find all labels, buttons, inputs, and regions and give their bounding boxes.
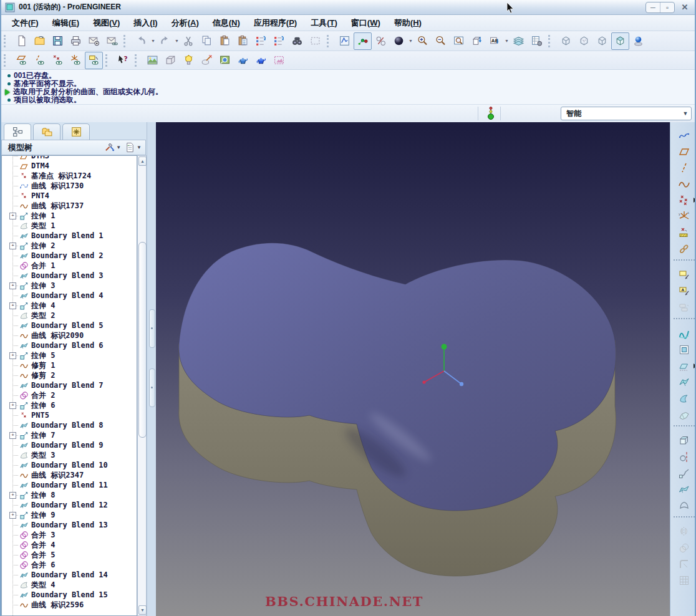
expand-icon[interactable]: + bbox=[9, 213, 16, 219]
variable-section-sweep-tool-button[interactable] bbox=[675, 390, 693, 407]
scroll-up-button[interactable]: ▲ bbox=[138, 156, 147, 166]
context-help-button[interactable] bbox=[114, 52, 132, 69]
copy-surface-tool-button[interactable] bbox=[675, 299, 693, 315]
menu-H[interactable]: 帮助(H) bbox=[387, 16, 428, 31]
datum-axis-tool-button[interactable] bbox=[675, 160, 693, 176]
undo-dropdown[interactable]: ▼ bbox=[150, 33, 156, 49]
tree-item[interactable]: Boundary Blend 7 bbox=[2, 380, 137, 390]
paste-special-button[interactable] bbox=[234, 32, 252, 50]
select-region-button[interactable] bbox=[306, 32, 324, 50]
menu-F[interactable]: 文件(F) bbox=[5, 16, 46, 31]
enhanced-realism-button[interactable] bbox=[629, 32, 647, 50]
toolbar-grip[interactable] bbox=[105, 54, 111, 67]
sash-handle-upper[interactable] bbox=[149, 309, 155, 348]
tree-item[interactable]: +拉伸 9 bbox=[2, 510, 137, 520]
open-file-button[interactable] bbox=[31, 32, 49, 50]
tree-item[interactable]: 合并 6 bbox=[2, 560, 137, 570]
regenerate-button[interactable] bbox=[252, 32, 270, 50]
display-wireframe-button[interactable] bbox=[557, 32, 575, 50]
tree-item[interactable]: 类型 4 bbox=[2, 580, 137, 590]
send-mail-button[interactable] bbox=[85, 32, 103, 50]
mirror-tool-button[interactable] bbox=[675, 524, 693, 540]
toolbar-grip[interactable] bbox=[4, 54, 9, 67]
reorient-view-button[interactable] bbox=[468, 32, 486, 50]
tree-item[interactable]: Boundary Blend 8 bbox=[2, 420, 137, 430]
tree-settings-button[interactable]: ▼ bbox=[104, 142, 121, 153]
close-button[interactable]: ✕ bbox=[679, 2, 691, 12]
expand-icon[interactable]: + bbox=[9, 352, 16, 359]
tree-item[interactable]: Boundary Blend 2 bbox=[2, 251, 137, 261]
expand-icon[interactable]: + bbox=[9, 432, 16, 439]
toolbar-grip[interactable] bbox=[4, 35, 9, 47]
undo-button[interactable] bbox=[132, 32, 150, 50]
render-effects-button[interactable] bbox=[198, 52, 216, 69]
expand-icon[interactable]: + bbox=[9, 302, 16, 309]
render-window-button[interactable] bbox=[252, 52, 270, 69]
menu-P[interactable]: 应用程序(P) bbox=[247, 16, 304, 31]
pattern-tool-button[interactable] bbox=[675, 572, 693, 589]
display-no-hidden-button[interactable] bbox=[593, 32, 611, 50]
chevron-down-icon[interactable]: ▼ bbox=[680, 110, 691, 117]
fill-surface-tool-button[interactable] bbox=[675, 342, 693, 358]
datum-curve-tool-button[interactable] bbox=[675, 127, 693, 143]
tree-item[interactable]: 类型 2 bbox=[2, 310, 137, 320]
menu-W[interactable]: 窗口(W) bbox=[344, 16, 387, 31]
tree-item[interactable]: PNT5 bbox=[2, 410, 137, 420]
appearance-gallery-button[interactable] bbox=[390, 32, 408, 50]
spin-center-button[interactable] bbox=[354, 32, 372, 50]
freeform-surface-tool-button[interactable] bbox=[675, 407, 693, 423]
new-file-button[interactable] bbox=[12, 32, 31, 50]
tree-item[interactable]: Boundary Blend 9 bbox=[2, 440, 137, 450]
sketched-curve-tool-button[interactable] bbox=[675, 176, 693, 192]
tree-item[interactable]: 基准点 标识1724 bbox=[2, 171, 137, 181]
display-shaded-button[interactable] bbox=[611, 32, 629, 50]
annotation-feature-tool-button[interactable] bbox=[675, 283, 693, 299]
annotation-display-button[interactable] bbox=[486, 32, 504, 50]
selection-filter-combo[interactable]: 智能 ▼ bbox=[561, 107, 692, 120]
trim-tool-button[interactable] bbox=[675, 556, 693, 572]
regenerate-custom-button[interactable] bbox=[270, 32, 288, 50]
datum-point-tool-button[interactable] bbox=[675, 192, 693, 208]
tree-item[interactable]: Boundary Blend 1 bbox=[2, 231, 137, 241]
expand-icon[interactable]: + bbox=[9, 492, 16, 499]
scrollbar-thumb[interactable] bbox=[138, 242, 147, 438]
annotation-tool-button[interactable] bbox=[675, 267, 693, 283]
tree-item[interactable]: +拉伸 3 bbox=[2, 281, 137, 291]
minimize-button[interactable]: ─ bbox=[646, 2, 660, 12]
tab-model-tree[interactable] bbox=[4, 123, 31, 140]
revolve-tool-button[interactable] bbox=[675, 449, 693, 465]
tree-item[interactable]: Boundary Blend 4 bbox=[2, 291, 137, 301]
tree-item[interactable]: Boundary Blend 10 bbox=[2, 460, 137, 470]
paste-button[interactable] bbox=[216, 32, 234, 50]
extrude-tool-button[interactable] bbox=[675, 433, 693, 449]
tree-item[interactable]: Boundary Blend 14 bbox=[2, 570, 137, 580]
datum-plane-display-button[interactable] bbox=[12, 52, 31, 69]
sweep-tool-button[interactable] bbox=[675, 465, 693, 481]
expand-icon[interactable]: + bbox=[9, 402, 16, 409]
toolbar-grip[interactable] bbox=[548, 35, 554, 47]
boundary-surface-tool-button[interactable] bbox=[675, 358, 693, 374]
tree-item[interactable]: 曲线 标识1730 bbox=[2, 181, 137, 191]
menu-E[interactable]: 编辑(E) bbox=[46, 16, 86, 31]
tree-item[interactable]: +拉伸 4 bbox=[2, 301, 137, 310]
redo-button[interactable] bbox=[156, 32, 174, 50]
copy-geometry-tool-button[interactable] bbox=[675, 241, 693, 257]
boundary-blend-tool-button[interactable] bbox=[675, 481, 693, 498]
tree-item[interactable]: 合并 2 bbox=[2, 390, 137, 400]
view-manager-button[interactable] bbox=[528, 32, 546, 50]
tab-favorites[interactable] bbox=[62, 123, 90, 140]
cut-button[interactable] bbox=[180, 32, 198, 50]
tree-item[interactable]: 曲线 标识1737 bbox=[2, 201, 137, 211]
swept-blend-tool-button[interactable] bbox=[675, 374, 693, 390]
csys-tool-button[interactable] bbox=[675, 208, 693, 224]
datum-axis-display-button[interactable] bbox=[31, 52, 49, 69]
expand-icon[interactable]: + bbox=[9, 282, 16, 289]
annotation-display-toggle-button[interactable] bbox=[85, 52, 103, 69]
tab-folder-browser[interactable] bbox=[33, 123, 60, 140]
copy-button[interactable] bbox=[198, 32, 216, 50]
render-model-button[interactable] bbox=[234, 52, 252, 69]
tree-item[interactable]: 曲线 标识2596 bbox=[2, 600, 137, 610]
graphics-viewport[interactable]: BBS.CHINADE.NET bbox=[156, 122, 670, 616]
flyout-arrow-icon[interactable] bbox=[694, 198, 696, 203]
annotation-display-dropdown[interactable]: ▼ bbox=[504, 33, 510, 49]
